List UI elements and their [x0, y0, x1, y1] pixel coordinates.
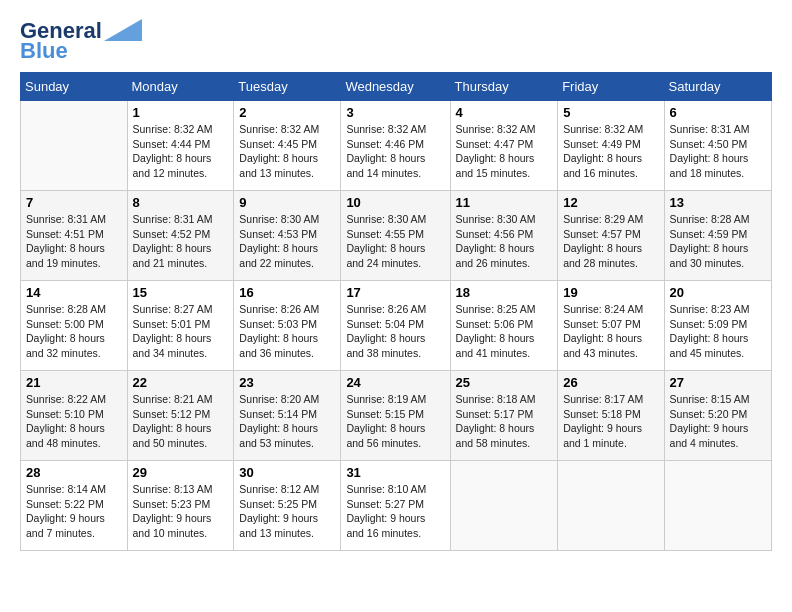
cell-info: Sunrise: 8:19 AM Sunset: 5:15 PM Dayligh… [346, 392, 444, 451]
calendar-cell: 11Sunrise: 8:30 AM Sunset: 4:56 PM Dayli… [450, 191, 558, 281]
calendar-cell: 10Sunrise: 8:30 AM Sunset: 4:55 PM Dayli… [341, 191, 450, 281]
cell-info: Sunrise: 8:31 AM Sunset: 4:51 PM Dayligh… [26, 212, 122, 271]
cell-info: Sunrise: 8:24 AM Sunset: 5:07 PM Dayligh… [563, 302, 658, 361]
cell-info: Sunrise: 8:30 AM Sunset: 4:56 PM Dayligh… [456, 212, 553, 271]
cell-date: 7 [26, 195, 122, 210]
cell-date: 20 [670, 285, 766, 300]
cell-date: 13 [670, 195, 766, 210]
calendar-cell [21, 101, 128, 191]
cell-date: 12 [563, 195, 658, 210]
cell-info: Sunrise: 8:30 AM Sunset: 4:53 PM Dayligh… [239, 212, 335, 271]
calendar-cell: 13Sunrise: 8:28 AM Sunset: 4:59 PM Dayli… [664, 191, 771, 281]
calendar-body: 1Sunrise: 8:32 AM Sunset: 4:44 PM Daylig… [21, 101, 772, 551]
calendar-cell: 23Sunrise: 8:20 AM Sunset: 5:14 PM Dayli… [234, 371, 341, 461]
cell-info: Sunrise: 8:29 AM Sunset: 4:57 PM Dayligh… [563, 212, 658, 271]
weekday-header-saturday: Saturday [664, 73, 771, 101]
cell-date: 3 [346, 105, 444, 120]
cell-info: Sunrise: 8:12 AM Sunset: 5:25 PM Dayligh… [239, 482, 335, 541]
calendar-cell: 17Sunrise: 8:26 AM Sunset: 5:04 PM Dayli… [341, 281, 450, 371]
weekday-header-friday: Friday [558, 73, 664, 101]
cell-info: Sunrise: 8:30 AM Sunset: 4:55 PM Dayligh… [346, 212, 444, 271]
calendar-cell: 2Sunrise: 8:32 AM Sunset: 4:45 PM Daylig… [234, 101, 341, 191]
calendar-cell: 28Sunrise: 8:14 AM Sunset: 5:22 PM Dayli… [21, 461, 128, 551]
calendar-header-row: SundayMondayTuesdayWednesdayThursdayFrid… [21, 73, 772, 101]
cell-date: 25 [456, 375, 553, 390]
cell-date: 23 [239, 375, 335, 390]
calendar-cell: 31Sunrise: 8:10 AM Sunset: 5:27 PM Dayli… [341, 461, 450, 551]
cell-date: 10 [346, 195, 444, 210]
calendar-cell: 19Sunrise: 8:24 AM Sunset: 5:07 PM Dayli… [558, 281, 664, 371]
cell-info: Sunrise: 8:32 AM Sunset: 4:47 PM Dayligh… [456, 122, 553, 181]
weekday-header-wednesday: Wednesday [341, 73, 450, 101]
calendar-cell [450, 461, 558, 551]
calendar-cell: 25Sunrise: 8:18 AM Sunset: 5:17 PM Dayli… [450, 371, 558, 461]
calendar-cell: 12Sunrise: 8:29 AM Sunset: 4:57 PM Dayli… [558, 191, 664, 281]
cell-info: Sunrise: 8:20 AM Sunset: 5:14 PM Dayligh… [239, 392, 335, 451]
cell-info: Sunrise: 8:32 AM Sunset: 4:45 PM Dayligh… [239, 122, 335, 181]
logo: General Blue [20, 20, 142, 62]
cell-date: 4 [456, 105, 553, 120]
cell-date: 26 [563, 375, 658, 390]
cell-info: Sunrise: 8:25 AM Sunset: 5:06 PM Dayligh… [456, 302, 553, 361]
calendar-cell: 3Sunrise: 8:32 AM Sunset: 4:46 PM Daylig… [341, 101, 450, 191]
cell-date: 5 [563, 105, 658, 120]
cell-info: Sunrise: 8:26 AM Sunset: 5:03 PM Dayligh… [239, 302, 335, 361]
calendar-cell: 18Sunrise: 8:25 AM Sunset: 5:06 PM Dayli… [450, 281, 558, 371]
cell-date: 8 [133, 195, 229, 210]
logo-blue-text: Blue [20, 40, 68, 62]
cell-info: Sunrise: 8:28 AM Sunset: 4:59 PM Dayligh… [670, 212, 766, 271]
cell-info: Sunrise: 8:22 AM Sunset: 5:10 PM Dayligh… [26, 392, 122, 451]
cell-date: 16 [239, 285, 335, 300]
calendar-week-row: 1Sunrise: 8:32 AM Sunset: 4:44 PM Daylig… [21, 101, 772, 191]
weekday-header-tuesday: Tuesday [234, 73, 341, 101]
cell-date: 22 [133, 375, 229, 390]
weekday-header-thursday: Thursday [450, 73, 558, 101]
cell-info: Sunrise: 8:31 AM Sunset: 4:52 PM Dayligh… [133, 212, 229, 271]
cell-date: 19 [563, 285, 658, 300]
calendar-cell: 26Sunrise: 8:17 AM Sunset: 5:18 PM Dayli… [558, 371, 664, 461]
calendar-cell: 27Sunrise: 8:15 AM Sunset: 5:20 PM Dayli… [664, 371, 771, 461]
cell-info: Sunrise: 8:18 AM Sunset: 5:17 PM Dayligh… [456, 392, 553, 451]
calendar-cell: 5Sunrise: 8:32 AM Sunset: 4:49 PM Daylig… [558, 101, 664, 191]
calendar-week-row: 7Sunrise: 8:31 AM Sunset: 4:51 PM Daylig… [21, 191, 772, 281]
cell-date: 24 [346, 375, 444, 390]
cell-info: Sunrise: 8:21 AM Sunset: 5:12 PM Dayligh… [133, 392, 229, 451]
calendar-cell: 29Sunrise: 8:13 AM Sunset: 5:23 PM Dayli… [127, 461, 234, 551]
calendar-cell: 14Sunrise: 8:28 AM Sunset: 5:00 PM Dayli… [21, 281, 128, 371]
cell-date: 9 [239, 195, 335, 210]
calendar-cell: 24Sunrise: 8:19 AM Sunset: 5:15 PM Dayli… [341, 371, 450, 461]
weekday-header-sunday: Sunday [21, 73, 128, 101]
calendar-cell [558, 461, 664, 551]
svg-marker-0 [104, 19, 142, 41]
cell-date: 2 [239, 105, 335, 120]
cell-info: Sunrise: 8:15 AM Sunset: 5:20 PM Dayligh… [670, 392, 766, 451]
cell-info: Sunrise: 8:17 AM Sunset: 5:18 PM Dayligh… [563, 392, 658, 451]
calendar-week-row: 14Sunrise: 8:28 AM Sunset: 5:00 PM Dayli… [21, 281, 772, 371]
page-header: General Blue [20, 16, 772, 62]
weekday-header-monday: Monday [127, 73, 234, 101]
calendar-cell: 6Sunrise: 8:31 AM Sunset: 4:50 PM Daylig… [664, 101, 771, 191]
cell-info: Sunrise: 8:10 AM Sunset: 5:27 PM Dayligh… [346, 482, 444, 541]
calendar-table: SundayMondayTuesdayWednesdayThursdayFrid… [20, 72, 772, 551]
cell-info: Sunrise: 8:28 AM Sunset: 5:00 PM Dayligh… [26, 302, 122, 361]
calendar-cell: 21Sunrise: 8:22 AM Sunset: 5:10 PM Dayli… [21, 371, 128, 461]
calendar-cell: 1Sunrise: 8:32 AM Sunset: 4:44 PM Daylig… [127, 101, 234, 191]
calendar-week-row: 21Sunrise: 8:22 AM Sunset: 5:10 PM Dayli… [21, 371, 772, 461]
calendar-cell [664, 461, 771, 551]
cell-info: Sunrise: 8:32 AM Sunset: 4:44 PM Dayligh… [133, 122, 229, 181]
calendar-cell: 30Sunrise: 8:12 AM Sunset: 5:25 PM Dayli… [234, 461, 341, 551]
cell-date: 17 [346, 285, 444, 300]
calendar-cell: 4Sunrise: 8:32 AM Sunset: 4:47 PM Daylig… [450, 101, 558, 191]
cell-date: 18 [456, 285, 553, 300]
cell-date: 29 [133, 465, 229, 480]
cell-date: 28 [26, 465, 122, 480]
cell-date: 6 [670, 105, 766, 120]
cell-info: Sunrise: 8:32 AM Sunset: 4:46 PM Dayligh… [346, 122, 444, 181]
cell-date: 14 [26, 285, 122, 300]
calendar-cell: 20Sunrise: 8:23 AM Sunset: 5:09 PM Dayli… [664, 281, 771, 371]
cell-date: 21 [26, 375, 122, 390]
calendar-cell: 7Sunrise: 8:31 AM Sunset: 4:51 PM Daylig… [21, 191, 128, 281]
cell-info: Sunrise: 8:31 AM Sunset: 4:50 PM Dayligh… [670, 122, 766, 181]
cell-date: 11 [456, 195, 553, 210]
cell-info: Sunrise: 8:14 AM Sunset: 5:22 PM Dayligh… [26, 482, 122, 541]
